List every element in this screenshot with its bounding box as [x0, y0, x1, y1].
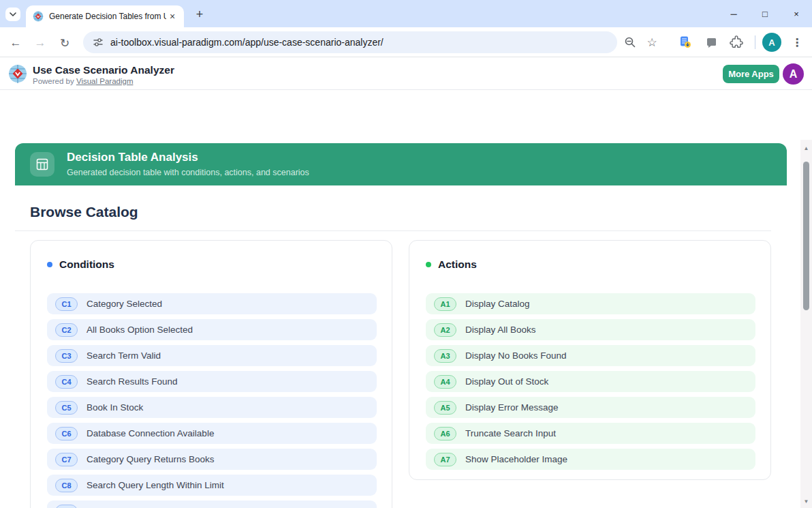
- browse-catalog-heading: Browse Catalog: [30, 204, 138, 220]
- address-bar[interactable]: ai-toolbox.visual-paradigm.com/app/use-c…: [83, 31, 617, 53]
- decision-table-banner: Decision Table Analysis Generated decisi…: [15, 143, 787, 185]
- condition-id-badge: C7: [55, 453, 78, 466]
- action-label: Display All Books: [465, 325, 536, 335]
- action-label: Show Placeholder Image: [465, 454, 567, 464]
- action-id-badge: A5: [434, 401, 456, 415]
- condition-id-badge: C5: [55, 401, 78, 415]
- powered-by-text: Powered by: [33, 77, 76, 85]
- condition-id-badge: C9: [55, 505, 78, 508]
- maximize-button[interactable]: □: [749, 0, 781, 27]
- condition-item[interactable]: C6 Database Connection Available: [47, 423, 377, 444]
- action-label: Display Out of Stock: [465, 376, 548, 387]
- minimize-button[interactable]: ─: [718, 0, 749, 27]
- conditions-list: C1 Category Selected C2 All Books Option…: [47, 293, 377, 508]
- forward-button[interactable]: →: [30, 33, 50, 53]
- action-label: Display Error Message: [465, 402, 559, 413]
- condition-id-badge: C3: [55, 349, 78, 363]
- condition-id-badge: C6: [55, 427, 78, 440]
- action-item[interactable]: A2 Display All Books: [426, 319, 755, 340]
- toolbar-separator: [755, 35, 755, 49]
- table-icon: [30, 152, 54, 177]
- stepper: 2 Define Use Case Analyze Scenarios: [0, 90, 812, 140]
- visual-paradigm-logo: [8, 64, 27, 83]
- conditions-panel: Conditions C1 Category Selected C2 All B…: [30, 240, 392, 508]
- bookmark-star-icon[interactable]: ☆: [642, 33, 661, 52]
- action-item[interactable]: A1 Display Catalog: [426, 293, 755, 314]
- close-button[interactable]: ×: [781, 0, 812, 27]
- actions-list: A1 Display Catalog A2 Display All Books …: [426, 293, 755, 470]
- app-title-block: Use Case Scenario Analyzer Powered by Vi…: [33, 63, 174, 87]
- page-scrollbar[interactable]: ▲ ▼: [800, 140, 812, 508]
- condition-label: All Books Option Selected: [87, 325, 193, 335]
- action-item[interactable]: A3 Display No Books Found: [426, 345, 755, 366]
- condition-label: Category Query Returns Books: [87, 454, 215, 464]
- action-id-badge: A1: [434, 297, 456, 311]
- browser-menu-icon[interactable]: ⋮: [787, 33, 807, 52]
- condition-label: Book In Stock: [87, 402, 143, 413]
- tab-favicon-icon: [33, 11, 44, 22]
- condition-item[interactable]: C8 Search Query Length Within Limit: [47, 475, 377, 496]
- page-content: Decision Table Analysis Generated decisi…: [0, 140, 812, 508]
- titlebar: Generate Decision Tables from U × + ─ □ …: [0, 0, 812, 27]
- condition-label: Category Selected: [87, 299, 162, 309]
- action-id-badge: A3: [434, 349, 456, 363]
- action-item[interactable]: A7 Show Placeholder Image: [426, 449, 755, 470]
- scroll-up-icon[interactable]: ▲: [800, 143, 812, 153]
- actions-panel: Actions A1 Display Catalog A2 Display Al…: [409, 240, 771, 480]
- browser-profile-avatar[interactable]: A: [762, 33, 781, 52]
- tab-title: Generate Decision Tables from U: [49, 12, 166, 21]
- condition-id-badge: C8: [55, 479, 78, 492]
- condition-label: Database Connection Available: [87, 428, 214, 438]
- chevron-down-icon: [10, 12, 16, 16]
- condition-id-badge: C2: [55, 323, 78, 337]
- feedback-bubble-icon[interactable]: [702, 33, 721, 52]
- browser-tab[interactable]: Generate Decision Tables from U ×: [26, 5, 184, 27]
- tab-close-icon[interactable]: ×: [166, 10, 178, 23]
- app-title: Use Case Scenario Analyzer: [33, 63, 174, 76]
- powered-by: Powered by Visual Paradigm: [33, 76, 174, 87]
- visual-paradigm-link[interactable]: Visual Paradigm: [76, 77, 134, 85]
- back-button[interactable]: ←: [5, 33, 26, 53]
- condition-item[interactable]: C1 Category Selected: [47, 293, 377, 314]
- more-apps-button[interactable]: More Apps: [723, 65, 779, 83]
- tab-search-button[interactable]: [5, 8, 20, 21]
- url-text: ai-toolbox.visual-paradigm.com/app/use-c…: [110, 37, 384, 48]
- condition-item[interactable]: C9 Product Page Load: [47, 500, 377, 508]
- action-item[interactable]: A5 Display Error Message: [426, 397, 755, 418]
- banner-subtitle: Generated decision table with conditions…: [67, 168, 309, 177]
- action-label: Display Catalog: [465, 299, 530, 309]
- user-avatar[interactable]: A: [783, 63, 804, 85]
- extensions-puzzle-icon[interactable]: [727, 33, 746, 52]
- zoom-icon[interactable]: [621, 33, 640, 52]
- condition-id-badge: C4: [55, 375, 78, 389]
- condition-item[interactable]: C4 Search Results Found: [47, 371, 377, 392]
- condition-label: Search Results Found: [87, 376, 178, 387]
- condition-item[interactable]: C3 Search Term Valid: [47, 345, 377, 366]
- condition-item[interactable]: C7 Category Query Returns Books: [47, 449, 377, 470]
- conditions-header: Conditions: [31, 241, 392, 271]
- actions-header: Actions: [409, 241, 770, 271]
- blue-dot-icon: [47, 262, 52, 267]
- action-item[interactable]: A6 Truncate Search Input: [426, 423, 755, 444]
- site-settings-icon[interactable]: [93, 37, 104, 48]
- banner-title: Decision Table Analysis: [67, 151, 198, 164]
- action-item[interactable]: A4 Display Out of Stock: [426, 371, 755, 392]
- condition-id-badge: C1: [55, 297, 78, 311]
- section-divider: [15, 230, 771, 231]
- conditions-title: Conditions: [59, 258, 114, 271]
- condition-label: Search Term Valid: [87, 350, 161, 361]
- condition-label: Search Query Length Within Limit: [87, 480, 224, 490]
- condition-item[interactable]: C5 Book In Stock: [47, 397, 377, 418]
- new-tab-button[interactable]: +: [192, 7, 207, 22]
- condition-item[interactable]: C2 All Books Option Selected: [47, 319, 377, 340]
- action-id-badge: A7: [434, 453, 456, 466]
- action-label: Truncate Search Input: [465, 428, 556, 438]
- reload-button[interactable]: ↻: [54, 33, 75, 53]
- translate-download-icon[interactable]: [676, 33, 695, 52]
- scroll-down-icon[interactable]: ▼: [800, 496, 812, 507]
- actions-title: Actions: [438, 258, 477, 271]
- action-id-badge: A4: [434, 375, 456, 389]
- scrollbar-thumb[interactable]: [803, 162, 809, 310]
- action-id-badge: A6: [434, 427, 456, 440]
- window-controls: ─ □ ×: [718, 0, 812, 27]
